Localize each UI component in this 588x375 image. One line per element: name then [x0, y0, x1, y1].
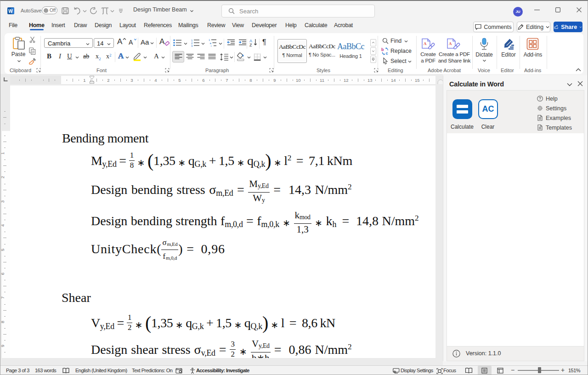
svg-text:A: A: [424, 41, 427, 46]
svg-text:c: c: [386, 51, 388, 55]
svg-text:a: a: [210, 42, 212, 45]
svg-text:A: A: [249, 39, 252, 43]
svg-text:W: W: [8, 9, 13, 14]
svg-text:1: 1: [209, 39, 210, 41]
svg-text:A: A: [449, 41, 452, 46]
svg-text:3: 3: [191, 45, 193, 47]
svg-text:i: i: [211, 45, 211, 47]
svg-text:Z: Z: [249, 43, 252, 47]
svg-text:b: b: [381, 47, 384, 52]
